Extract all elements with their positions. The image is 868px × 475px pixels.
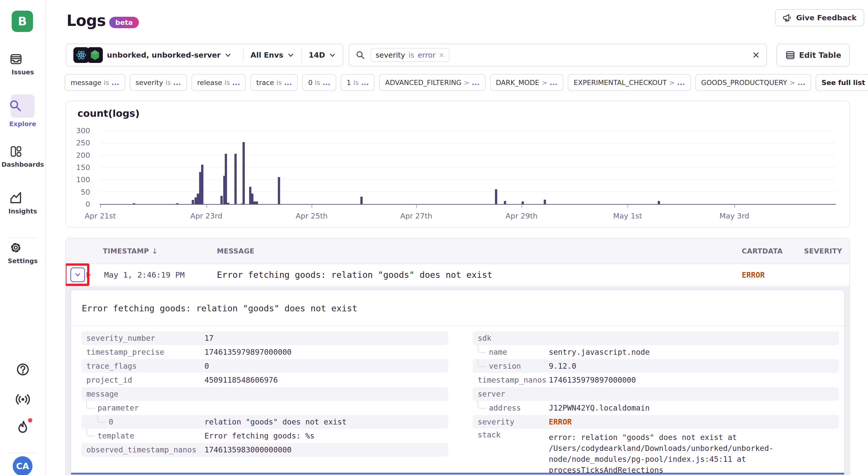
- table-icon: [785, 50, 795, 60]
- chart-bar: [199, 172, 202, 204]
- detail-kv-row: observed_timestamp_nanos1746135983000000…: [81, 443, 448, 457]
- sidebar-item-issues[interactable]: Issues: [0, 52, 45, 76]
- detail-kv-row: project_id4509118548606976: [81, 373, 448, 387]
- chart-title: count(logs): [78, 108, 140, 119]
- attribute-key: 0: [109, 417, 205, 426]
- x-tick: [735, 204, 735, 208]
- log-detail-card: Error fetching goods: relation "goods" d…: [71, 290, 845, 474]
- sidebar-item-label: Dashboards: [2, 161, 44, 168]
- sidebar-item-explore[interactable]: Explore: [0, 98, 45, 128]
- sidebar-item-insights[interactable]: Insights: [0, 191, 45, 215]
- horizontal-scrollbar[interactable]: [71, 473, 844, 474]
- date-range-selector-label: 14D: [309, 51, 325, 59]
- tree-connector: [86, 401, 95, 409]
- chart-bar: [243, 142, 245, 204]
- logs-table-header: TIMESTAMP ↓ MESSAGE CARTDATA SEVERITY: [66, 238, 849, 264]
- x-tick-label: Apr 21st: [85, 212, 116, 220]
- edit-table-button[interactable]: Edit Table: [777, 44, 850, 66]
- logs-count-chart: count(logs) 050100150200250300 Apr 21stA…: [65, 101, 850, 228]
- chart-bar: [253, 201, 256, 204]
- x-tick-label: May 1st: [613, 212, 642, 220]
- attribute-key: timestamp_nanos: [478, 376, 549, 384]
- see-full-list-button[interactable]: See full list: [816, 74, 868, 91]
- attribute-key: server: [478, 389, 549, 398]
- search-input[interactable]: severity is error × ✕: [349, 44, 767, 66]
- edit-table-label: Edit Table: [799, 51, 841, 60]
- beta-badge: beta: [109, 17, 139, 28]
- cell-severity: ERROR: [742, 264, 765, 285]
- attribute-value: 1746135979897000000: [205, 348, 291, 357]
- filter-chip[interactable]: EXPERIMENTAL_CHECKOUT>...: [568, 74, 691, 91]
- logs-table: TIMESTAMP ↓ MESSAGE CARTDATA SEVERITY Ma…: [65, 238, 850, 475]
- chart-bar: [522, 201, 524, 204]
- column-header-cartdata[interactable]: CARTDATA: [742, 238, 783, 264]
- attribute-key: severity_number: [86, 334, 205, 343]
- attribute-key: parameter: [97, 403, 205, 412]
- attribute-value: 1746135983000000000: [205, 445, 291, 454]
- x-tick: [100, 204, 101, 208]
- detail-kv-row: trace_flags0: [81, 359, 448, 373]
- y-tick-label: 100: [76, 175, 90, 184]
- filter-chip[interactable]: DARK_MODE>...: [490, 74, 563, 91]
- search-clear-icon[interactable]: ✕: [752, 50, 760, 60]
- column-label: TIMESTAMP: [103, 247, 149, 255]
- attribute-value: 1746135979897000000: [549, 376, 636, 384]
- chart-bar: [133, 203, 135, 204]
- cell-timestamp: May 1, 2:46:19 PM: [104, 264, 185, 285]
- page-title: Logs: [66, 12, 106, 29]
- filter-chip[interactable]: GOODS_PRODUCTQUERY>...: [695, 74, 811, 91]
- column-header-message[interactable]: MESSAGE: [217, 238, 254, 264]
- x-tick-label: Apr 23rd: [190, 212, 222, 220]
- y-tick-label: 150: [76, 163, 90, 172]
- filter-chip[interactable]: releaseis...: [191, 74, 246, 91]
- detail-kv-row: templateError fetching goods: %s: [81, 429, 448, 443]
- react-platform-icon: [73, 47, 89, 63]
- notification-dot: [28, 418, 32, 422]
- attribute-value: sentry.javascript.node: [549, 348, 650, 357]
- filter-chips-row: messageis...severityis...releaseis...tra…: [65, 74, 868, 91]
- search-icon: [8, 98, 23, 113]
- project-selector-label: unborked, unborked-server: [107, 51, 221, 59]
- filter-chip[interactable]: traceis...: [250, 74, 298, 91]
- date-range-selector[interactable]: 14D: [302, 44, 343, 66]
- chart-bar: [658, 201, 660, 204]
- token-remove-icon[interactable]: ×: [439, 51, 444, 59]
- sidebar-item-dashboards[interactable]: Dashboards: [0, 145, 45, 168]
- tree-connector: [478, 345, 486, 353]
- project-platform-icons: [73, 47, 103, 63]
- column-header-severity[interactable]: SEVERITY: [804, 238, 842, 264]
- filter-chip[interactable]: messageis...: [65, 74, 125, 91]
- search-filter-token[interactable]: severity is error ×: [371, 48, 450, 62]
- expand-row-button[interactable]: [70, 267, 85, 282]
- gridline: [99, 143, 836, 143]
- y-tick-label: 0: [86, 200, 90, 209]
- gridline: [99, 167, 836, 168]
- cell-message: Error fetching goods: relation "goods" d…: [217, 264, 492, 285]
- org-logo[interactable]: B: [12, 11, 33, 32]
- sidebar-item-label: Settings: [8, 257, 38, 265]
- chart-bar: [220, 196, 223, 204]
- attribute-key: version: [489, 362, 549, 370]
- sidebar-item-label: Explore: [9, 120, 36, 128]
- column-header-timestamp[interactable]: TIMESTAMP ↓: [103, 238, 158, 264]
- project-selector[interactable]: unborked, unborked-server: [66, 44, 243, 66]
- gridline: [99, 131, 836, 131]
- column-label: SEVERITY: [804, 247, 842, 255]
- log-row[interactable]: May 1, 2:46:19 PM Error fetching goods: …: [66, 264, 849, 286]
- sidebar-item-settings[interactable]: Settings: [0, 241, 45, 265]
- filter-chip[interactable]: severityis...: [130, 74, 187, 91]
- broadcast-icon[interactable]: [15, 391, 31, 408]
- filter-chip[interactable]: ADVANCED_FILTERING>...: [379, 74, 485, 91]
- attribute-value: ERROR: [549, 417, 571, 426]
- detail-kv-row: version9.12.0: [473, 359, 839, 373]
- filter-chip[interactable]: 1is...: [341, 74, 375, 91]
- tree-connector: [478, 401, 486, 409]
- help-icon[interactable]: [15, 361, 31, 378]
- environment-selector[interactable]: All Envs: [244, 44, 301, 66]
- filter-chip[interactable]: 0is...: [302, 74, 336, 91]
- tree-connector: [97, 415, 106, 422]
- attribute-key: observed_timestamp_nanos: [86, 445, 205, 454]
- user-avatar[interactable]: CA: [13, 456, 32, 475]
- give-feedback-button[interactable]: Give Feedback: [775, 9, 864, 26]
- attribute-value: 9.12.0: [549, 362, 576, 370]
